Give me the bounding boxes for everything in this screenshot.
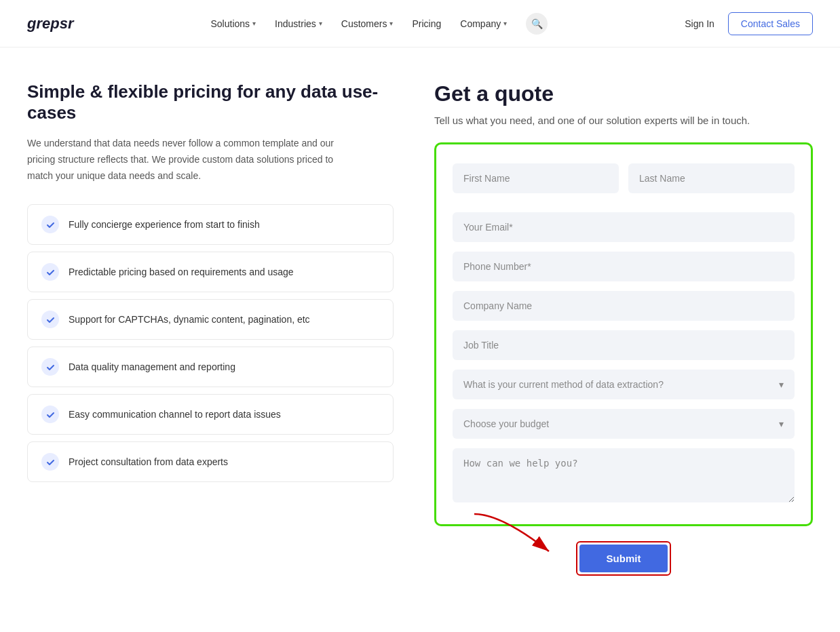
- help-textarea[interactable]: [453, 448, 795, 502]
- extraction-method-field: What is your current method of data extr…: [453, 370, 795, 399]
- budget-field: Choose your budget Less than $1,000/mont…: [453, 409, 795, 439]
- logo: grepsr: [27, 15, 73, 33]
- form-subtitle: Tell us what you need, and one of our so…: [434, 113, 813, 129]
- nav-links: Solutions ▾ Industries ▾ Customers ▾ Pri…: [211, 13, 548, 35]
- budget-select[interactable]: Choose your budget Less than $1,000/mont…: [453, 409, 795, 439]
- feature-text: Support for CAPTCHAs, dynamic content, p…: [69, 314, 310, 325]
- feature-text: Easy communication channel to report dat…: [69, 409, 281, 420]
- nav-solutions[interactable]: Solutions ▾: [211, 18, 256, 29]
- check-icon: [41, 406, 59, 423]
- nav-industries[interactable]: Industries ▾: [275, 18, 322, 29]
- main-content: Simple & flexible pricing for any data u…: [0, 47, 840, 616]
- list-item: Support for CAPTCHAs, dynamic content, p…: [27, 299, 394, 340]
- navbar: grepsr Solutions ▾ Industries ▾ Customer…: [0, 0, 840, 47]
- first-name-input[interactable]: [453, 163, 619, 193]
- nav-customers[interactable]: Customers ▾: [341, 18, 394, 29]
- chevron-down-icon: ▾: [503, 20, 507, 27]
- chevron-down-icon: ▾: [319, 20, 322, 27]
- feature-text: Data quality management and reporting: [69, 361, 235, 372]
- extraction-select[interactable]: What is your current method of data extr…: [453, 370, 795, 399]
- first-name-field: [453, 163, 619, 193]
- signin-link[interactable]: Sign In: [685, 18, 714, 29]
- left-column: Simple & flexible pricing for any data u…: [27, 81, 394, 576]
- check-icon: [41, 358, 59, 376]
- feature-text: Project consultation from data experts: [69, 456, 228, 467]
- list-item: Easy communication channel to report dat…: [27, 394, 394, 435]
- check-icon: [41, 263, 59, 281]
- nav-right: Sign In Contact Sales: [685, 12, 813, 35]
- company-field: [453, 291, 795, 321]
- feature-text: Predictable pricing based on requirement…: [69, 266, 294, 277]
- form-title: Get a quote: [434, 81, 813, 106]
- check-icon: [41, 216, 59, 233]
- quote-form: What is your current method of data extr…: [434, 142, 813, 526]
- list-item: Predictable pricing based on requirement…: [27, 252, 394, 292]
- search-icon: 🔍: [531, 18, 543, 29]
- feature-text: Fully concierge experience from start to…: [69, 219, 260, 230]
- job-title-input[interactable]: [453, 330, 795, 360]
- list-item: Project consultation from data experts: [27, 441, 394, 482]
- check-icon: [41, 453, 59, 471]
- email-field: [453, 212, 795, 242]
- name-row: [453, 163, 795, 203]
- budget-select-wrapper: Choose your budget Less than $1,000/mont…: [453, 409, 795, 439]
- feature-list: Fully concierge experience from start to…: [27, 204, 394, 482]
- contact-sales-button[interactable]: Contact Sales: [728, 12, 813, 35]
- check-icon: [41, 311, 59, 328]
- search-button[interactable]: 🔍: [526, 13, 548, 35]
- phone-input[interactable]: [453, 252, 795, 281]
- nav-pricing[interactable]: Pricing: [412, 18, 441, 29]
- extraction-select-wrapper: What is your current method of data extr…: [453, 370, 795, 399]
- job-title-field: [453, 330, 795, 360]
- submit-button-wrapper: Submit: [576, 541, 672, 576]
- chevron-down-icon: ▾: [252, 20, 256, 27]
- list-item: Fully concierge experience from start to…: [27, 204, 394, 245]
- email-input[interactable]: [453, 212, 795, 242]
- page-title: Simple & flexible pricing for any data u…: [27, 81, 394, 123]
- red-arrow-annotation: [461, 507, 569, 561]
- page-description: We understand that data needs never foll…: [27, 136, 353, 184]
- submit-button[interactable]: Submit: [579, 545, 668, 572]
- right-column: Get a quote Tell us what you need, and o…: [434, 81, 813, 576]
- chevron-down-icon: ▾: [389, 20, 393, 27]
- phone-field: [453, 252, 795, 281]
- help-field: [453, 448, 795, 505]
- last-name-field: [628, 163, 795, 193]
- submit-section: Submit: [434, 541, 813, 576]
- company-input[interactable]: [453, 291, 795, 321]
- nav-company[interactable]: Company ▾: [460, 18, 507, 29]
- last-name-input[interactable]: [628, 163, 795, 193]
- list-item: Data quality management and reporting: [27, 347, 394, 387]
